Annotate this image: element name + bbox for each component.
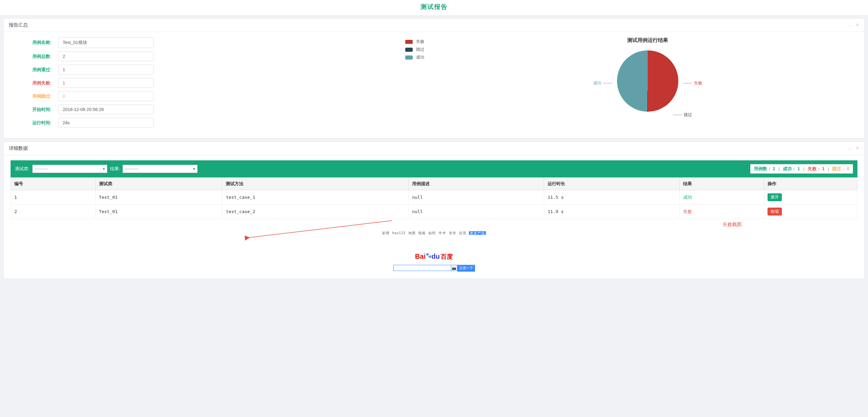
chart-title: 测试用例运行结果: [438, 37, 857, 44]
camera-icon: 📷: [451, 265, 457, 271]
row-start-time: 开始时间: 2018-12-09 20:56:28: [24, 105, 392, 114]
value-run-time: 24s: [58, 118, 154, 128]
detail-panel-heading: 详细数据 ︿ ✕: [4, 142, 864, 155]
expand-button[interactable]: 展开: [768, 193, 782, 201]
collapse-icon[interactable]: ︿: [848, 146, 852, 151]
pie-label-pass: 成功: [593, 80, 614, 86]
summary-form: 用例名称: Test_01模块 用例总数: 2 用例通过: 1 用例失败: 1: [11, 37, 392, 131]
legend-fail[interactable]: 失败: [405, 39, 424, 45]
cell-cls: Test_01: [95, 190, 222, 205]
cell-desc: null: [409, 205, 544, 219]
th-duration: 运行时长: [544, 178, 680, 190]
shot-logo: Bai🐾du 百度: [366, 253, 502, 261]
shot-search-input: [393, 265, 451, 271]
label-start-time: 开始时间:: [24, 107, 51, 113]
label-case-name: 用例名称:: [24, 39, 51, 46]
counter-skip-value: 0: [847, 166, 849, 171]
pie-chart: [617, 50, 678, 112]
detail-panel: 详细数据 ︿ ✕ 测试类: ---------- 结果: ----------: [3, 142, 865, 279]
row-run-time: 运行时间: 24s: [24, 118, 392, 128]
cell-duration: 11.5 s: [544, 190, 680, 205]
th-result: 结果: [679, 178, 764, 190]
legend-swatch-skip: [405, 48, 413, 52]
legend-swatch-pass: [405, 55, 413, 60]
shot-search-button: 百度一下: [457, 265, 475, 272]
pie-label-fail: 失败: [682, 80, 702, 86]
label-case-fail: 用例失败:: [24, 80, 51, 86]
filter-result-select[interactable]: ----------: [123, 165, 198, 173]
close-icon[interactable]: ✕: [856, 146, 859, 151]
filter-class-label: 测试类:: [15, 166, 30, 172]
legend-pass[interactable]: 成功: [405, 54, 424, 60]
th-desc: 用例描述: [409, 178, 544, 190]
summary-panel: 报告汇总 ︿ ✕ 用例名称: Test_01模块 用例总数: 2: [3, 18, 865, 138]
label-case-pass: 用例通过:: [24, 67, 51, 73]
value-start-time: 2018-12-09 20:56:28: [58, 105, 154, 114]
table-row: 2 Test_01 test_case_2 null 11.9 s 失败 收缩: [11, 205, 857, 219]
detail-panel-title: 详细数据: [9, 145, 28, 151]
page-title: 测试报告: [421, 3, 448, 10]
counter-skip-label: 跳过：: [832, 166, 846, 171]
chart-legend: 失败 跳过 成功: [405, 37, 424, 62]
annotation-arrow-icon: [242, 219, 399, 243]
cell-cls: Test_01: [95, 205, 222, 219]
row-case-pass: 用例通过: 1: [24, 65, 392, 75]
close-icon[interactable]: ✕: [856, 22, 859, 28]
cell-result: 失败: [679, 205, 764, 219]
filter-result-value: ----------: [125, 166, 139, 171]
counter-fail-value: 1: [822, 166, 824, 171]
pie-label-skip: 跳过: [672, 112, 692, 118]
th-action: 操作: [764, 178, 857, 190]
label-run-time: 运行时间:: [24, 120, 51, 126]
table-row: 1 Test_01 test_case_1 null 11.5 s 成功 展开: [11, 190, 857, 205]
cell-duration: 11.9 s: [544, 205, 680, 219]
cell-method: test_case_2: [222, 205, 409, 219]
counter-total-label: 用例数：: [754, 166, 772, 171]
th-cls: 测试类: [95, 178, 222, 190]
counter-fail-label: 失败：: [808, 166, 821, 171]
pie-chart-box: 测试用例运行结果 成功 失败 跳过: [438, 37, 857, 112]
title-bar: 测试报告: [0, 0, 868, 15]
value-case-total: 2: [58, 51, 154, 61]
counter-pass-value: 1: [798, 166, 800, 171]
legend-label-skip: 跳过: [416, 47, 424, 52]
filter-bar: 测试类: ---------- 结果: ---------- 用例数： 2 | …: [11, 160, 857, 177]
filter-result-label: 结果:: [110, 166, 120, 172]
cell-idx: 1: [11, 190, 96, 205]
value-case-fail: 1: [58, 78, 154, 88]
value-case-skip: 0: [58, 91, 154, 101]
cell-idx: 2: [11, 205, 96, 219]
counter-total-value: 2: [773, 166, 775, 171]
counter-box: 用例数： 2 | 成功： 1 | 失败： 1 | 跳过： 0: [750, 164, 853, 174]
value-case-pass: 1: [58, 65, 154, 75]
row-case-fail: 用例失败: 1: [24, 78, 392, 88]
th-method: 测试方法: [222, 178, 409, 190]
shot-search-bar: 📷 百度一下: [366, 265, 502, 272]
summary-panel-title: 报告汇总: [9, 22, 28, 28]
summary-panel-heading: 报告汇总 ︿ ✕: [4, 19, 864, 32]
collapse-button[interactable]: 收缩: [768, 208, 782, 215]
collapse-icon[interactable]: ︿: [848, 22, 852, 28]
counter-pass-label: 成功：: [783, 166, 796, 171]
filter-class-select[interactable]: ----------: [32, 165, 107, 173]
paw-icon: 🐾: [426, 253, 431, 258]
cell-desc: null: [409, 190, 544, 205]
annotation-area: 失败截图 新闻 hao123 地图 视频 贴吧: [11, 219, 857, 272]
cell-result: 成功: [679, 190, 764, 205]
row-case-skip: 用例跳过: 0: [24, 91, 392, 101]
legend-label-fail: 失败: [416, 39, 424, 45]
legend-swatch-fail: [405, 40, 413, 44]
row-case-name: 用例名称: Test_01模块: [24, 37, 392, 48]
svg-line-0: [249, 221, 392, 238]
legend-label-pass: 成功: [416, 54, 424, 60]
legend-skip[interactable]: 跳过: [405, 47, 424, 52]
label-case-skip: 用例跳过:: [24, 93, 51, 99]
value-case-name: Test_01模块: [58, 37, 154, 48]
row-case-total: 用例总数: 2: [24, 51, 392, 61]
detail-table: 编号 测试类 测试方法 用例描述 运行时长 结果 操作 1 Test_01 te…: [11, 177, 857, 219]
label-case-total: 用例总数:: [24, 53, 51, 60]
th-idx: 编号: [11, 178, 96, 190]
filter-class-value: ----------: [35, 166, 48, 171]
annotation-text: 失败截图: [723, 222, 742, 228]
cell-method: test_case_1: [222, 190, 409, 205]
